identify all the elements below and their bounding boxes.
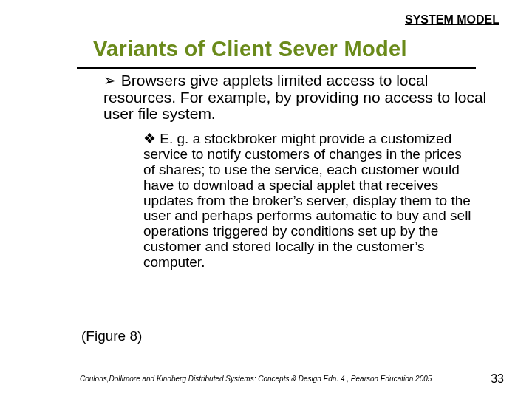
diamond-bullet-icon: ❖ [143, 131, 156, 146]
bullet-level-2: ❖ E. g. a stockbroker might provide a cu… [143, 132, 476, 270]
bullet-level-1-text: Browsers give applets limited access to … [103, 72, 486, 122]
slide-title: Variants of Client Sever Model [93, 37, 407, 61]
bullet-level-1: ➢ Browsers give applets limited access t… [103, 72, 488, 123]
page-number: 33 [491, 372, 504, 386]
citation-footer: Couloris,Dollimore and Kindberg Distribu… [80, 375, 432, 383]
title-rule [77, 67, 476, 69]
figure-reference: (Figure 8) [81, 328, 142, 344]
section-header: SYSTEM MODEL [405, 13, 499, 27]
bullet-level-2-text: E. g. a stockbroker might provide a cust… [143, 131, 471, 270]
arrow-bullet-icon: ➢ [103, 72, 117, 89]
slide: SYSTEM MODEL Variants of Client Sever Mo… [0, 0, 532, 399]
